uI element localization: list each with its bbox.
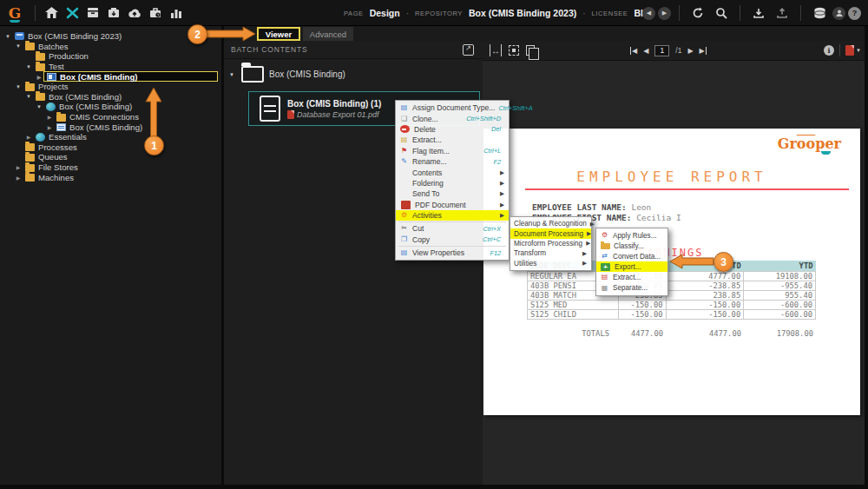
page-number-input[interactable]: 1: [654, 45, 669, 56]
context-menu-item[interactable]: ⚑ Flag Item... Ctrl+L: [396, 146, 509, 156]
jobs-icon[interactable]: [145, 3, 166, 23]
expander-icon[interactable]: [14, 43, 23, 49]
submenu-item[interactable]: ▤ Extract...: [596, 272, 667, 282]
menu-item-label: Apply Rules...: [613, 232, 663, 240]
tree-node[interactable]: Essentials: [0, 132, 221, 142]
back-icon[interactable]: ◀: [642, 7, 655, 20]
expander-icon[interactable]: [45, 124, 54, 130]
tree-node-body: Box (CMIS Binding): [33, 92, 124, 102]
repository-value[interactable]: Box (CMIS Binding 2023): [469, 8, 576, 18]
user-icon[interactable]: [832, 7, 845, 20]
tab-viewer[interactable]: Viewer: [257, 27, 300, 41]
expander-icon[interactable]: [24, 64, 33, 69]
context-menu-item[interactable]: Foldering ▶: [396, 178, 509, 188]
tree-node[interactable]: Processes: [0, 142, 221, 153]
info-icon[interactable]: i: [824, 45, 834, 56]
context-menu-item[interactable]: Delete Del: [396, 124, 509, 135]
submenu-item[interactable]: Utilities ▶: [510, 259, 591, 268]
grooper-logo-icon[interactable]: G: [0, 4, 30, 22]
tab-advanced[interactable]: Advanced: [303, 27, 353, 41]
tree-node[interactable]: Box (CMIS Binding): [0, 92, 221, 102]
stats-icon[interactable]: [166, 3, 187, 23]
expander-icon[interactable]: [14, 175, 23, 181]
design-tools-icon[interactable]: [62, 3, 82, 23]
search-icon[interactable]: [711, 3, 732, 23]
context-menu-item[interactable]: ▤ Assign Document Type... Ctrl+Shift+A: [396, 102, 509, 113]
submenu-item[interactable]: Classify...: [596, 241, 667, 251]
thumbnails-icon[interactable]: [526, 45, 535, 56]
submenu-arrow-icon: ▶: [500, 190, 504, 197]
menu-item-label: Activities: [412, 211, 493, 220]
menu-item-shortcut: Ctrl+Shift+A: [498, 104, 532, 112]
tree-node[interactable]: Queues: [0, 152, 221, 162]
expander-icon[interactable]: [14, 84, 23, 89]
expander-icon[interactable]: [3, 34, 12, 39]
first-page-icon[interactable]: ◀: [630, 47, 637, 55]
expander-icon[interactable]: [14, 164, 23, 170]
submenu-item[interactable]: ⚙ Apply Rules...: [596, 230, 667, 241]
tree-node[interactable]: Box (CMIS Binding): [0, 122, 221, 132]
submenu-item[interactable]: Microform Processing ▶: [510, 239, 591, 248]
tree-node[interactable]: Production: [0, 51, 221, 62]
window-edge: [0, 485, 868, 489]
submenu-item[interactable]: + Export...: [596, 261, 667, 272]
expander-icon[interactable]: [227, 72, 236, 77]
page-value[interactable]: Design: [370, 8, 400, 18]
region-select-icon[interactable]: [509, 45, 519, 56]
apply-rules-icon: ⚙: [600, 231, 609, 240]
tree-node[interactable]: Box (CMIS Binding): [0, 71, 221, 82]
context-menu-item[interactable]: ⚙ Activities ▶: [396, 210, 509, 221]
dot-separator: ·: [582, 9, 585, 18]
tree-node[interactable]: File Stores: [0, 162, 221, 173]
previous-page-icon[interactable]: ◀: [643, 47, 648, 55]
submenu-arrow-icon: ▶: [590, 221, 595, 228]
submenu-item[interactable]: Cleanup & Recognition ▶: [510, 219, 591, 228]
tree-node[interactable]: Test: [0, 62, 221, 72]
expander-icon[interactable]: [35, 74, 43, 80]
context-menu-item[interactable]: Send To ▶: [396, 188, 509, 199]
expander-icon[interactable]: [45, 114, 54, 120]
home-icon[interactable]: [41, 3, 62, 23]
context-menu-item[interactable]: ▤ Extract...: [396, 135, 509, 145]
context-menu-item[interactable]: ✎ Rename... F2: [396, 156, 509, 167]
context-menu-item[interactable]: ❏ Clone... Ctrl+Shift+D: [396, 113, 509, 123]
batches-icon[interactable]: [82, 3, 103, 23]
help-icon[interactable]: ?: [848, 7, 861, 20]
database-icon[interactable]: [809, 3, 830, 23]
context-menu-item[interactable]: ❐ Copy Ctrl+C: [396, 235, 509, 245]
expander-icon[interactable]: [24, 134, 33, 140]
last-page-icon[interactable]: ▶: [700, 47, 707, 55]
context-menu-item[interactable]: PDF Document ▶: [396, 200, 509, 210]
fit-width-icon[interactable]: ↔: [490, 44, 502, 56]
expander-icon[interactable]: [24, 94, 33, 99]
submenu-item[interactable]: Document Processing ▶: [510, 228, 591, 238]
annotation-arrow-1: [143, 85, 166, 139]
tree-node[interactable]: Batches: [0, 42, 221, 52]
document-title: Box (CMIS Binding) (1): [287, 99, 381, 109]
submenu-item[interactable]: ⇄ Convert Data...: [596, 251, 667, 261]
submenu-item[interactable]: Transform ▶: [510, 248, 591, 258]
download-icon[interactable]: [748, 3, 769, 23]
tree-node-icon: [25, 83, 35, 91]
context-menu-item[interactable]: ▤ View Properties F12: [396, 248, 509, 258]
popout-icon[interactable]: [463, 44, 474, 56]
tree-node[interactable]: Projects: [0, 82, 221, 92]
folder-icon: [241, 66, 264, 83]
submenu-item[interactable]: ▦ Separate...: [596, 282, 667, 293]
upload-cloud-icon[interactable]: [124, 3, 145, 23]
tree-node[interactable]: Machines: [0, 172, 221, 182]
export-box-icon[interactable]: [103, 3, 124, 23]
pdf-options-button[interactable]: ▼: [845, 45, 861, 56]
tree-node[interactable]: Box (CMIS Binding): [0, 102, 221, 112]
earnings-table-row: S125 CHILD-150.00 -150.00-600.00: [528, 309, 816, 319]
expander-icon[interactable]: [35, 104, 43, 109]
tree-node[interactable]: CMIS Connections: [0, 112, 221, 122]
context-menu-item[interactable]: ✂ Cut Ctrl+X: [396, 223, 509, 234]
tree-node-body: Box (CMIS Binding): [43, 102, 135, 112]
context-menu-item[interactable]: Contents ▶: [396, 167, 509, 177]
next-page-icon[interactable]: ▶: [687, 47, 693, 55]
forward-icon[interactable]: ▶: [658, 7, 671, 20]
batch-folder-row[interactable]: Box (CMIS Binding): [227, 66, 345, 83]
upload-icon[interactable]: [772, 3, 792, 23]
refresh-icon[interactable]: [687, 3, 708, 23]
